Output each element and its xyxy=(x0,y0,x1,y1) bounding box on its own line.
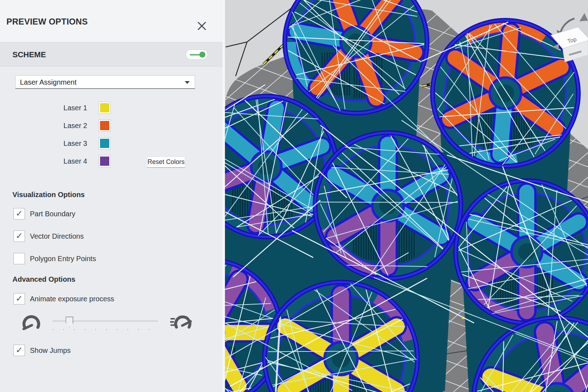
laser-assignment-dropdown[interactable]: Laser Assignment xyxy=(15,75,195,89)
laser-4-color-swatch[interactable] xyxy=(99,155,111,167)
slider-handle[interactable] xyxy=(65,317,73,327)
laser-row-2: Laser 2 xyxy=(0,120,225,132)
laser-row-3: Laser 3 xyxy=(0,137,225,149)
laser-row-1: Laser 1 xyxy=(0,102,225,114)
application-window: { "panel": { "title": "PREVIEW OPTIONS",… xyxy=(0,0,588,392)
part-boundary-label: Part Boundary xyxy=(30,208,75,219)
laser-2-color-swatch[interactable] xyxy=(99,120,111,132)
toggle-knob xyxy=(199,52,205,58)
part-boundary-checkbox[interactable] xyxy=(14,208,25,219)
polygon-entry-points-checkbox[interactable] xyxy=(14,253,25,264)
reset-colors-button[interactable]: Reset Colors xyxy=(147,157,185,168)
laser-3-color-swatch[interactable] xyxy=(99,137,111,149)
close-button[interactable] xyxy=(196,21,208,32)
close-icon xyxy=(196,21,207,31)
visualization-options-heading: Visualization Options xyxy=(12,191,85,199)
laser-3-label: Laser 3 xyxy=(21,137,87,149)
toggle-bar xyxy=(190,54,200,55)
advanced-options-heading: Advanced Options xyxy=(12,275,75,284)
speedometer-slow-icon xyxy=(21,314,41,332)
animate-exposure-checkbox[interactable] xyxy=(14,293,25,304)
laser-2-label: Laser 2 xyxy=(21,120,87,132)
scheme-row: SCHEME xyxy=(0,42,225,67)
preview-options-panel: PREVIEW OPTIONS SCHEME Laser Assignment … xyxy=(0,0,225,392)
laser-1-label: Laser 1 xyxy=(21,102,87,114)
vector-directions-label: Vector Directions xyxy=(30,231,84,242)
panel-header: PREVIEW OPTIONS xyxy=(0,0,225,42)
panel-title: PREVIEW OPTIONS xyxy=(6,0,88,42)
laser-4-label: Laser 4 xyxy=(21,155,87,167)
show-jumps-checkbox[interactable] xyxy=(14,345,25,356)
show-jumps-label: Show Jumps xyxy=(30,345,71,356)
speedometer-fast-icon xyxy=(170,314,192,332)
laser-1-color-swatch[interactable] xyxy=(99,102,111,114)
animate-exposure-label: Animate exposure process xyxy=(30,293,114,304)
scheme-toggle[interactable] xyxy=(186,49,208,60)
laser-row-4: Laser 4 xyxy=(0,155,225,167)
polygon-entry-points-label: Polygon Entry Points xyxy=(30,253,96,264)
viewport-3d[interactable]: Top xyxy=(225,0,588,392)
slider-tick-marks xyxy=(53,329,158,330)
dropdown-value: Laser Assignment xyxy=(20,76,77,89)
vector-directions-checkbox[interactable] xyxy=(14,231,25,242)
scheme-label: SCHEME xyxy=(12,42,46,66)
chevron-down-icon xyxy=(185,81,190,84)
